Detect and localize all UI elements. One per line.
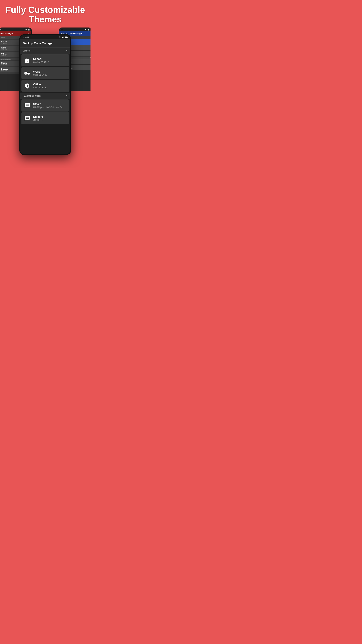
f2a-label: F2A Backup Codes	[23, 94, 41, 97]
steam-value: LHkT11ym JsHklgV3 dcLm6LOq	[33, 106, 67, 108]
office-name: Office	[33, 83, 67, 86]
svg-rect-1	[62, 37, 63, 38]
signal-icon	[62, 36, 64, 38]
svg-rect-3	[63, 36, 64, 38]
work-item[interactable]: Work Code: 22 64 80	[21, 67, 69, 79]
time-display: 8:17	[25, 36, 29, 38]
lockers-section-header[interactable]: Lockers ∨	[20, 48, 70, 54]
f2a-chevron-icon: ∨	[66, 94, 68, 97]
steam-text: Steam LHkT11ym JsHklgV3 dcLm6LOq	[33, 103, 67, 108]
app-bar-title: Backup Code Manager	[23, 42, 53, 45]
office-item[interactable]: Office Code: 51 17 49	[21, 80, 69, 92]
menu-button[interactable]: ⋮	[64, 42, 68, 46]
work-name: Work	[33, 70, 67, 73]
steam-name: Steam	[33, 103, 67, 106]
svg-rect-5	[65, 37, 67, 38]
lockers-label: Lockers	[23, 50, 30, 52]
key-icon	[23, 70, 31, 77]
svg-rect-2	[63, 37, 63, 38]
discord-message-icon	[23, 114, 31, 122]
battery-icon	[65, 36, 68, 38]
work-text: Work Code: 22 64 80	[33, 70, 67, 76]
main-phone: 8:17	[19, 34, 71, 155]
wifi-icon	[59, 36, 61, 38]
f2a-section-header[interactable]: F2A Backup Codes ∨	[20, 92, 70, 99]
header-banner: Fully Customizable Themes	[0, 0, 90, 28]
school-name: School	[33, 58, 67, 60]
discord-text: Discord zNPTXEI...	[33, 116, 67, 121]
svg-rect-6	[67, 37, 68, 38]
steam-item[interactable]: Steam LHkT11ym JsHklgV3 dcLm6LOq	[21, 100, 69, 112]
camera-dot	[23, 36, 24, 38]
bg-right-status-bar: 8:17 ▼▲▐▌▐	[59, 28, 90, 31]
status-bar: 8:17	[20, 35, 70, 40]
office-value: Code: 51 17 49	[33, 86, 67, 89]
school-value: Combo: 32 55 97	[33, 61, 67, 64]
discord-item[interactable]: Discord zNPTXEI...	[21, 112, 69, 124]
message-icon	[23, 102, 31, 109]
svg-rect-0	[62, 38, 62, 38]
status-icons	[59, 36, 68, 38]
school-text: School Combo: 32 55 97	[33, 58, 67, 64]
shield-icon	[23, 82, 31, 90]
app-bar: Backup Code Manager ⋮	[20, 40, 70, 48]
discord-name: Discord	[33, 116, 67, 118]
lockers-chevron-icon: ∨	[66, 49, 68, 52]
office-text: Office Code: 51 17 49	[33, 83, 67, 89]
discord-value: zNPTXEI...	[33, 119, 67, 121]
header-title: Fully Customizable Themes	[3, 5, 87, 24]
school-item[interactable]: School Combo: 32 55 97	[21, 54, 69, 66]
bg-left-status-bar: 8:17 ▼▲▐▌▐	[0, 28, 31, 31]
header-title-line1: Fully Customizable	[5, 5, 85, 14]
work-value: Code: 22 64 80	[33, 74, 67, 76]
header-title-line2: Themes	[29, 14, 62, 24]
lock-icon	[23, 57, 31, 64]
phones-container: 8:17 ▼▲▐▌▐ ode Manager ⋮ Lockers ∨ Schoo…	[0, 28, 90, 168]
